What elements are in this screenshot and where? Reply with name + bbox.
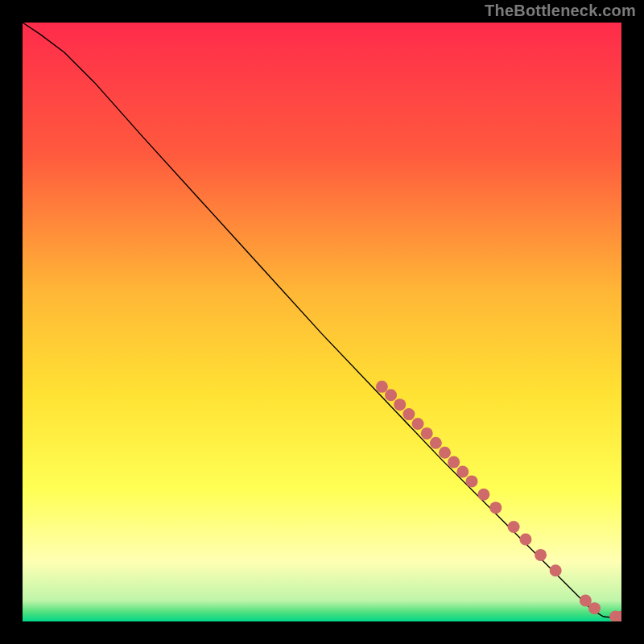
chart-point xyxy=(430,437,442,449)
chart-point xyxy=(588,602,601,614)
chart-point xyxy=(402,408,415,420)
chart-point xyxy=(477,489,489,501)
chart-point xyxy=(535,549,547,561)
stage: TheBottleneck.com xyxy=(0,0,644,644)
chart-plot-area xyxy=(23,23,621,621)
chart-point xyxy=(421,427,433,440)
chart-point xyxy=(466,475,478,487)
chart-point xyxy=(439,447,451,459)
chart-point xyxy=(412,418,424,430)
chart-point xyxy=(448,456,460,469)
chart-point xyxy=(376,381,388,393)
chart-point xyxy=(456,466,469,478)
chart-point xyxy=(385,389,397,401)
chart-svg xyxy=(23,23,621,621)
chart-point xyxy=(489,502,502,514)
chart-point xyxy=(550,564,562,576)
chart-point xyxy=(508,521,520,533)
chart-background-gradient xyxy=(23,23,621,621)
watermark-text: TheBottleneck.com xyxy=(485,2,636,20)
chart-point xyxy=(519,534,531,546)
chart-point xyxy=(394,398,406,411)
